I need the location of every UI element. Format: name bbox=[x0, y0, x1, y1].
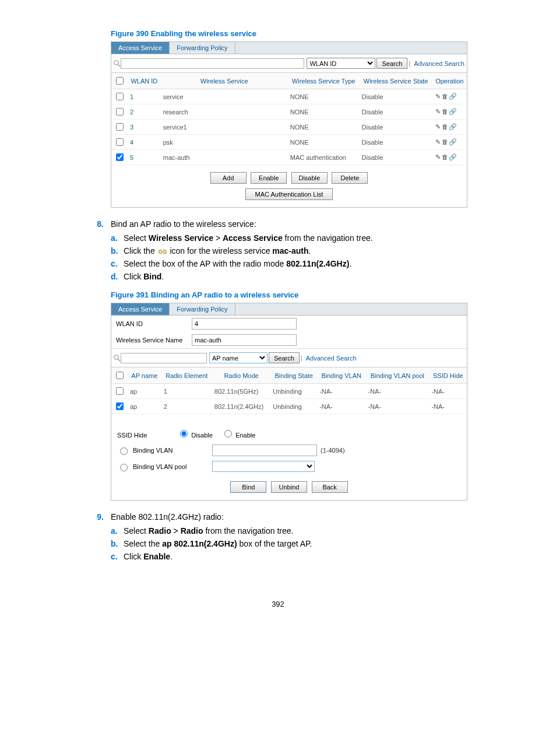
cell-service: service1 bbox=[161, 120, 288, 135]
cell-binding-state: Unbinding bbox=[270, 384, 317, 399]
select-all-checkbox[interactable] bbox=[116, 372, 124, 379]
page-number: 392 bbox=[35, 600, 521, 608]
step-9: 9. Enable 802.11n(2.4GHz) radio: a. Sele… bbox=[35, 512, 521, 565]
link-icon[interactable]: 🔗 bbox=[449, 108, 456, 116]
edit-icon[interactable]: ✎ bbox=[435, 138, 442, 146]
search-input[interactable] bbox=[121, 353, 207, 363]
figure-390-title: Figure 390 Enabling the wireless service bbox=[111, 29, 521, 38]
search-button[interactable]: Search bbox=[269, 352, 300, 363]
add-button[interactable]: Add bbox=[210, 172, 247, 184]
step-8c: c. Select the box of the AP with the rad… bbox=[111, 259, 373, 268]
binding-vlan-radio[interactable] bbox=[120, 447, 128, 455]
col-wireless-service: Wireless Service bbox=[161, 73, 288, 89]
mac-auth-list-button[interactable]: MAC Authentication List bbox=[245, 188, 333, 200]
delete-icon[interactable]: 🗑 bbox=[442, 108, 449, 115]
cell-type: NONE bbox=[288, 89, 360, 104]
row-checkbox[interactable] bbox=[116, 138, 124, 146]
cell-radio-mode: 802.11n(2.4GHz) bbox=[212, 399, 270, 414]
binding-vlan-input[interactable] bbox=[212, 444, 317, 456]
ssid-hide-disable-radio[interactable] bbox=[180, 430, 188, 438]
search-button[interactable]: Search bbox=[376, 58, 407, 69]
delete-icon[interactable]: 🗑 bbox=[442, 153, 449, 160]
tab-access-service[interactable]: Access Service bbox=[111, 42, 170, 54]
row-checkbox[interactable] bbox=[116, 402, 124, 410]
row-checkbox[interactable] bbox=[116, 108, 124, 116]
cell-wlan-id[interactable]: 2 bbox=[128, 104, 161, 120]
ssid-hide-enable-radio[interactable] bbox=[224, 430, 232, 438]
edit-icon[interactable]: ✎ bbox=[435, 123, 442, 131]
table-row: 2researchNONEDisable✎🗑🔗 bbox=[111, 104, 467, 120]
table-row: 1serviceNONEDisable✎🗑🔗 bbox=[111, 89, 467, 104]
wlan-id-label: WLAN ID bbox=[116, 320, 192, 327]
cell-state: Disable bbox=[360, 104, 432, 120]
row-checkbox[interactable] bbox=[116, 153, 124, 161]
svg-line-1 bbox=[118, 64, 121, 66]
wireless-service-table: WLAN ID Wireless Service Wireless Servic… bbox=[111, 73, 467, 165]
table-row: 5mac-authMAC authenticationDisable✎🗑🔗 bbox=[111, 150, 467, 165]
cell-service: mac-auth bbox=[161, 150, 288, 165]
tab-forwarding-policy[interactable]: Forwarding Policy bbox=[170, 303, 235, 315]
advanced-search-link[interactable]: Advanced Search bbox=[306, 355, 357, 362]
cell-radio-mode: 802.11n(5GHz) bbox=[212, 384, 270, 399]
cell-operation: ✎🗑🔗 bbox=[432, 89, 467, 104]
bind-button[interactable]: Bind bbox=[230, 481, 266, 493]
delete-icon[interactable]: 🗑 bbox=[442, 123, 449, 130]
cell-service: service bbox=[161, 89, 288, 104]
col-type: Wireless Service Type bbox=[288, 73, 360, 89]
delete-icon[interactable]: 🗑 bbox=[442, 93, 449, 100]
edit-icon[interactable]: ✎ bbox=[435, 108, 442, 116]
cell-binding-state: Unbinding bbox=[270, 399, 317, 414]
binding-vlan-pool-select[interactable] bbox=[212, 461, 315, 472]
cell-operation: ✎🗑🔗 bbox=[432, 135, 467, 150]
tab-forwarding-policy[interactable]: Forwarding Policy bbox=[170, 42, 235, 54]
edit-icon[interactable]: ✎ bbox=[435, 93, 442, 100]
row-checkbox[interactable] bbox=[116, 93, 124, 100]
step-8: 8. Bind an AP radio to the wireless serv… bbox=[35, 219, 521, 285]
wlan-id-field[interactable] bbox=[192, 318, 297, 330]
binding-vlan-hint: (1-4094) bbox=[321, 447, 345, 454]
link-icon[interactable]: 🔗 bbox=[449, 138, 456, 146]
search-field-dropdown[interactable]: AP name bbox=[209, 352, 268, 363]
cell-ssid-hide: -NA- bbox=[429, 384, 467, 399]
advanced-search-link[interactable]: Advanced Search bbox=[414, 60, 464, 67]
cell-wlan-id[interactable]: 5 bbox=[128, 150, 161, 165]
col-wlan-id: WLAN ID bbox=[128, 73, 161, 89]
cell-wlan-id[interactable]: 4 bbox=[128, 135, 161, 150]
delete-icon[interactable]: 🗑 bbox=[442, 138, 449, 145]
step-9a: a. Select Radio > Radio from the navigat… bbox=[111, 526, 312, 536]
cell-service: psk bbox=[161, 135, 288, 150]
wireless-service-name-field[interactable] bbox=[192, 334, 297, 346]
row-checkbox[interactable] bbox=[116, 387, 124, 395]
disable-button[interactable]: Disable bbox=[291, 172, 328, 184]
edit-icon[interactable]: ✎ bbox=[435, 153, 442, 161]
cell-binding-vlan-pool: -NA- bbox=[365, 384, 429, 399]
svg-line-3 bbox=[118, 359, 121, 361]
select-all-checkbox[interactable] bbox=[116, 77, 124, 85]
wireless-service-name-label: Wireless Service Name bbox=[116, 337, 192, 344]
binding-vlan-pool-radio[interactable] bbox=[120, 464, 128, 471]
cell-wlan-id[interactable]: 1 bbox=[128, 89, 161, 104]
enable-button[interactable]: Enable bbox=[251, 172, 287, 184]
step-9c: c. Click Enable. bbox=[111, 552, 312, 561]
link-icon[interactable]: 🔗 bbox=[449, 153, 456, 161]
step-title: Enable 802.11n(2.4GHz) radio: bbox=[111, 512, 224, 522]
table-row: 4pskNONEDisable✎🗑🔗 bbox=[111, 135, 467, 150]
search-input[interactable] bbox=[121, 58, 304, 69]
delete-button[interactable]: Delete bbox=[332, 172, 368, 184]
search-field-dropdown[interactable]: WLAN ID bbox=[307, 58, 375, 69]
svg-point-0 bbox=[114, 60, 119, 65]
link-icon[interactable]: 🔗 bbox=[449, 123, 456, 131]
cell-binding-vlan: -NA- bbox=[317, 384, 365, 399]
ssid-hide-label: SSID Hide bbox=[117, 432, 175, 439]
cell-radio-element: 1 bbox=[161, 384, 212, 399]
cell-type: MAC authentication bbox=[288, 150, 360, 165]
unbind-button[interactable]: Unbind bbox=[271, 481, 307, 493]
link-icon[interactable]: 🔗 bbox=[449, 93, 456, 100]
cell-binding-vlan: -NA- bbox=[317, 399, 365, 414]
cell-type: NONE bbox=[288, 104, 360, 120]
tab-access-service[interactable]: Access Service bbox=[111, 303, 170, 315]
back-button[interactable]: Back bbox=[312, 481, 348, 493]
row-checkbox[interactable] bbox=[116, 123, 124, 131]
cell-wlan-id[interactable]: 3 bbox=[128, 120, 161, 135]
cell-state: Disable bbox=[360, 135, 432, 150]
